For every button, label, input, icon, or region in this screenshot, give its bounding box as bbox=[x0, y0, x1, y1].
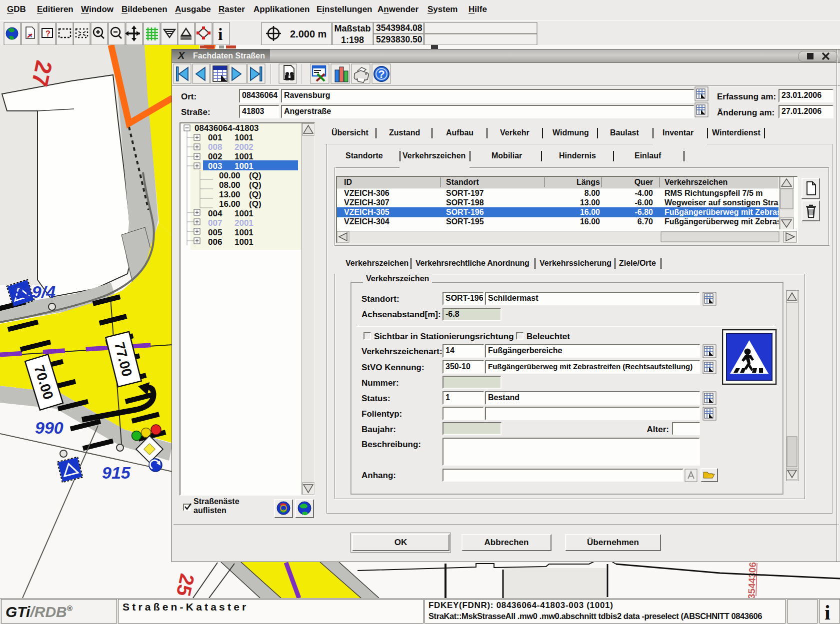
svg-text:5293830.50: 5293830.50 bbox=[376, 34, 422, 44]
svg-text:915: 915 bbox=[102, 463, 131, 482]
svg-text:2.000 m: 2.000 m bbox=[290, 28, 326, 39]
svg-text:990: 990 bbox=[35, 418, 64, 437]
svg-text:Maßstab: Maßstab bbox=[334, 23, 370, 33]
svg-text:?: ? bbox=[378, 68, 384, 80]
svg-text:919/4: 919/4 bbox=[13, 282, 56, 301]
svg-text:i: i bbox=[218, 25, 222, 43]
svg-text:1:198: 1:198 bbox=[341, 35, 364, 45]
svg-text:27: 27 bbox=[26, 58, 58, 89]
svg-text:25: 25 bbox=[172, 572, 198, 598]
svg-text:?: ? bbox=[46, 29, 50, 38]
svg-text:3543984.08: 3543984.08 bbox=[376, 23, 422, 33]
